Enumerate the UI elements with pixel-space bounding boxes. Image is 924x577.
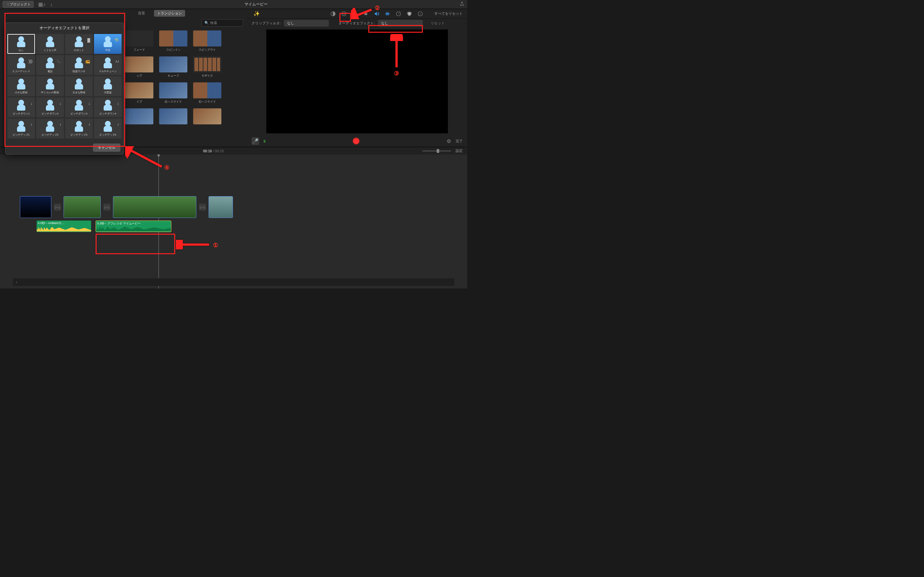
reset-all-button[interactable]: すべてをリセット [435, 11, 463, 16]
transition-item[interactable]: スピンイン [159, 31, 187, 52]
audio-label: 4.0秒 – Ambient E… [38, 221, 64, 226]
audio-effect-item[interactable]: ♪♪マルチチューン [94, 55, 121, 75]
zoom-slider[interactable] [422, 150, 451, 152]
info-icon[interactable] [417, 11, 423, 17]
clip-filter-field[interactable]: なし [284, 20, 329, 27]
stabilize-icon[interactable] [363, 11, 369, 17]
audio-effect-item[interactable]: 📞電話 [36, 55, 64, 75]
tab-background[interactable]: 背景 [135, 10, 148, 17]
speed-icon[interactable] [395, 11, 402, 17]
video-clip[interactable] [208, 196, 233, 218]
audio-effect-item[interactable]: なし [7, 34, 35, 54]
color-balance-icon[interactable] [330, 11, 336, 17]
transition-item[interactable]: ップ [125, 56, 153, 78]
mic-button[interactable]: 🎤 [252, 137, 259, 145]
transition-item[interactable]: モザイク [193, 56, 221, 78]
effect-label: 小さな部屋 [15, 91, 27, 94]
transition-chip[interactable]: ▷◁ [199, 203, 206, 211]
color-wheel-icon[interactable] [341, 11, 347, 17]
effect-label: 大聖堂 [104, 91, 111, 94]
audio-clip-selected[interactable]: 9.3秒 – アフレコ-3: マイムービー [95, 221, 171, 232]
person-icon [47, 121, 53, 127]
audio-effect-item[interactable]: 大聖堂 [94, 76, 121, 96]
callout-4: ④ [164, 164, 170, 171]
audio-effect-item[interactable]: ▓ロボット [65, 34, 93, 54]
svg-point-2 [343, 13, 345, 15]
settings-icon[interactable]: ⚙ [447, 138, 451, 144]
transition-chip[interactable]: ▷◁ [103, 203, 110, 211]
tab-transitions[interactable]: トランジション [154, 10, 185, 17]
viewer-panel: ✨ すべてをリセット クリップフィルタ: なし オーディオエフェクト: なし リ… [247, 9, 467, 147]
effect-label: ピッチアップ4 [99, 133, 116, 137]
share-icon[interactable] [459, 1, 465, 8]
transition-item[interactable] [159, 108, 187, 124]
person-icon [76, 36, 82, 42]
transition-item[interactable] [193, 108, 221, 124]
audio-effect-item[interactable]: 🛸宇宙 [94, 34, 121, 54]
music-track[interactable]: ♪ [13, 278, 454, 286]
transition-item[interactable]: スピンアウト [193, 31, 221, 52]
transition-item[interactable]: フェード [125, 31, 153, 52]
transition-chip[interactable]: ▷◁ [54, 203, 61, 211]
search-input[interactable]: 🔍 検索 [202, 19, 243, 27]
transition-item[interactable]: 右へスライド [193, 82, 221, 104]
person-icon [47, 36, 53, 42]
audio-effect-item[interactable]: ↓ピッチダウン4 [94, 97, 121, 117]
person-icon [76, 100, 82, 105]
cancel-button[interactable]: キャンセル [93, 143, 120, 152]
search-placeholder: 検索 [210, 21, 217, 25]
person-icon [47, 79, 53, 84]
reset-button[interactable]: リセット [431, 21, 445, 26]
audio-effect-field[interactable]: なし [378, 20, 423, 27]
audio-effect-item[interactable]: 📻短波ラジオ [65, 55, 93, 75]
transition-item[interactable]: キューブ [159, 56, 187, 78]
transition-item[interactable] [125, 108, 153, 124]
timeline[interactable]: 4.0秒 – 今日見つけ… ▷◁ ▷◁ 8.4秒 – 風にそよぐ花が美しい ▷◁… [0, 155, 467, 288]
svg-rect-5 [386, 13, 387, 15]
person-icon [47, 100, 53, 105]
audio-effect-item[interactable]: ↓ピッチダウン3 [65, 97, 93, 117]
wand-icon[interactable]: ✨ [254, 11, 260, 17]
audio-effect-item[interactable]: 大きな部屋 [65, 76, 93, 96]
video-clip[interactable]: 4.0秒 – 今日見つけ… [20, 196, 51, 218]
level-meter: ▪▪▪▪▪▪ [264, 140, 266, 143]
person-icon [76, 79, 82, 84]
audio-effect-item[interactable]: ↑ピッチアップ1 [7, 119, 35, 139]
search-icon: 🔍 [204, 21, 209, 25]
effect-extra-icon: ↓ [59, 101, 61, 106]
effect-label: 電話 [47, 69, 53, 73]
audio-effect-item[interactable]: 中くらいの部屋 [36, 76, 64, 96]
crop-icon[interactable] [352, 11, 358, 17]
media-icon[interactable]: ▦♪ [38, 1, 45, 7]
effect-extra-icon: ↓ [88, 101, 90, 106]
transition-item[interactable]: 左へスライド [159, 82, 187, 104]
time-duration: / 00:23 [213, 149, 224, 153]
audio-effect-item[interactable]: ↓ピッチダウン2 [36, 97, 64, 117]
noise-reduction-icon[interactable] [384, 11, 391, 17]
audio-effect-item[interactable]: ↓ピッチダウン1 [7, 97, 35, 117]
audio-clip[interactable]: 4.0秒 – Ambient E… [37, 221, 91, 232]
svg-rect-4 [385, 13, 386, 14]
done-button[interactable]: 完了 [456, 139, 463, 143]
back-button[interactable]: 〈 プロジェクト [3, 1, 34, 8]
import-icon[interactable]: ↓ [50, 2, 53, 7]
audio-effect-item[interactable]: )))エコーディレイ [7, 55, 35, 75]
filter-icon[interactable] [406, 11, 413, 17]
audio-effect-item[interactable]: ↑ピッチアップ3 [65, 119, 93, 139]
video-track: 4.0秒 – 今日見つけ… ▷◁ ▷◁ 8.4秒 – 風にそよぐ花が美しい ▷◁ [0, 196, 467, 218]
audio-effect-item[interactable]: ↑ピッチアップ4 [94, 119, 121, 139]
audio-effect-item[interactable]: くぐもり声 [36, 34, 64, 54]
effect-extra-icon: ↑ [59, 122, 61, 127]
effect-extra-icon: 📞 [57, 59, 61, 63]
video-clip[interactable]: 8.4秒 – 風にそよぐ花が美しい [113, 196, 196, 218]
settings-button[interactable]: 設定 [456, 148, 463, 153]
audio-effect-item[interactable]: 小さな部屋 [7, 76, 35, 96]
video-clip[interactable] [63, 196, 101, 218]
effect-label: エコーディレイ [12, 69, 30, 73]
time-current: 00:16 [203, 149, 212, 153]
effect-label: くぐもり声 [44, 48, 57, 52]
effect-label: ロボット [74, 48, 84, 52]
audio-effect-item[interactable]: ↑ピッチアップ2 [36, 119, 64, 139]
record-button[interactable] [352, 137, 360, 145]
transition-item[interactable]: イプ [125, 82, 153, 104]
